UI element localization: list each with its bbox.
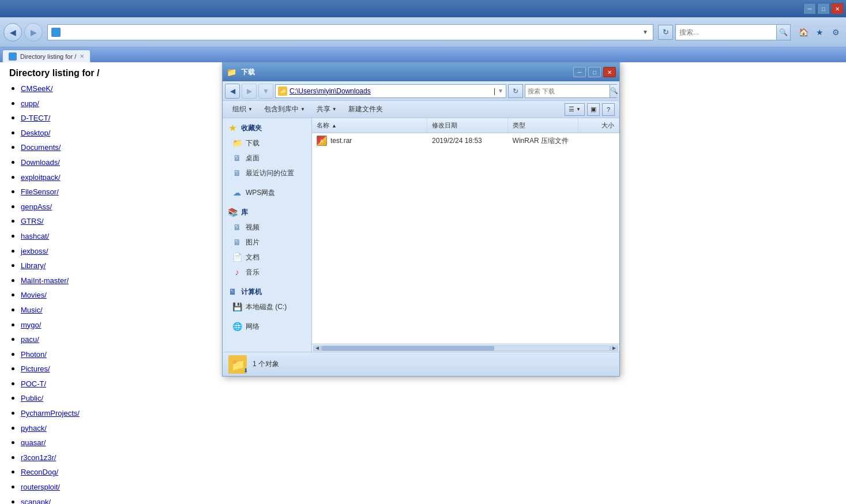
dir-link[interactable]: ReconDog/ [21,468,58,476]
explorer-close-button[interactable]: ✕ [603,67,616,77]
sidebar-item-recent[interactable]: 🖥 最近访问的位置 [223,166,311,180]
dir-link[interactable]: quasar/ [21,438,46,447]
explorer-statusbar: 📁 ⬇ 1 个对象 [223,352,619,376]
tab-close-icon[interactable]: ✕ [80,53,84,59]
dir-link[interactable]: FileSensor/ [21,187,59,196]
exp-search-input[interactable] [525,88,610,95]
dir-link[interactable]: genpAss/ [21,202,52,211]
library-section: 📚 库 🖥 视频 🖥 图片 📄 文档 [223,202,311,282]
sidebar-item-desktop[interactable]: 🖥 桌面 [223,151,311,166]
forward-button[interactable]: ▶ [24,23,43,42]
dir-link[interactable]: scanapk/ [21,498,51,504]
browser-tab[interactable]: 🌐 Directory listing for / ✕ [2,50,91,62]
pane-button[interactable]: ▣ [587,103,600,116]
dir-link[interactable]: Downloads/ [21,158,60,167]
exp-back-button[interactable]: ◀ [225,84,240,99]
dir-link[interactable]: Library/ [21,261,46,270]
sidebar-item-video[interactable]: 🖥 视频 [223,220,311,235]
new-folder-button[interactable]: 新建文件夹 [343,103,388,116]
close-button[interactable]: ✕ [831,3,844,14]
dir-link[interactable]: Public/ [21,394,43,403]
exp-forward-button[interactable]: ▶ [242,84,257,99]
exp-path-dropdown-icon[interactable]: ▼ [498,88,503,94]
col-header-size[interactable]: 大小 [578,118,619,133]
exp-refresh-button[interactable]: ↻ [508,84,523,98]
documents-folder-icon: 📄 [232,253,242,261]
exp-path-bar: 📁 C:\Users\miyin\Downloads | ▼ [275,84,506,98]
search-submit-button[interactable]: 🔍 [776,25,790,40]
dir-link[interactable]: Movies/ [21,291,47,299]
dir-link[interactable]: Documents/ [21,143,61,152]
network-section: 🌐 网络 [223,317,311,336]
include-library-menu[interactable]: 包含到库中 ▼ [259,103,310,116]
back-button[interactable]: ◀ [3,23,22,42]
home-icon[interactable]: 🏠 [796,25,810,39]
col-header-name[interactable]: 名称 ▲ [312,118,427,133]
address-input[interactable]: http://192.168.8.100/ [63,28,641,36]
page-content: Directory listing for / CMSeeK/cupp/D-TE… [0,62,846,504]
desktop-folder-icon: 🖥 [232,154,242,162]
share-menu[interactable]: 共享 ▼ [311,103,342,116]
sidebar-item-images[interactable]: 🖥 图片 [223,235,311,250]
column-headers: 名称 ▲ 修改日期 类型 大小 [312,118,619,133]
dir-link[interactable]: Photon/ [21,350,47,359]
explorer-maximize-button[interactable]: □ [588,67,601,77]
download-folder-icon: 📁 [232,139,242,147]
dir-link[interactable]: Pictures/ [21,364,50,373]
dir-link[interactable]: mygo/ [21,321,41,329]
browser-toolbar: ◀ ▶ 🌐 http://192.168.8.100/ ▼ ↻ 🔍 🏠 ★ ⚙ [0,17,846,47]
sidebar-item-music[interactable]: ♪ 音乐 [223,265,311,280]
explorer-toolbar: ◀ ▶ ▼ 📁 C:\Users\miyin\Downloads | ▼ ↻ 🔍 [223,81,619,101]
search-input[interactable] [676,28,776,36]
dir-link[interactable]: Music/ [21,306,43,314]
dir-link[interactable]: POC-T/ [21,379,46,388]
col-header-type[interactable]: 类型 [508,118,578,133]
hscroll-track[interactable] [321,345,610,351]
dir-link[interactable]: pyhack/ [21,424,47,432]
dir-link[interactable]: cupp/ [21,99,39,108]
dir-link[interactable]: CMSeeK/ [21,84,53,93]
exp-search-button[interactable]: 🔍 [610,85,618,97]
share-menu-arrow: ▼ [332,107,337,112]
sidebar-network-header[interactable]: 🌐 网络 [223,319,311,334]
favorites-icon[interactable]: ★ [813,25,826,39]
exp-up-button[interactable]: ▼ [258,84,273,99]
view-button[interactable]: ☰ ▼ [565,103,585,116]
dir-link[interactable]: GTRS/ [21,217,44,225]
maximize-button[interactable]: □ [817,3,830,14]
exp-path-cursor: | [494,87,495,95]
hscroll-thumb[interactable] [322,346,494,351]
settings-icon[interactable]: ⚙ [829,25,843,39]
explorer-minimize-button[interactable]: ─ [573,67,586,77]
dir-link[interactable]: r3con1z3r/ [21,453,56,462]
sidebar-item-local-disk[interactable]: 💾 本地磁盘 (C:) [223,299,311,314]
hscroll-left-arrow[interactable]: ◀ [313,345,321,351]
dir-link[interactable]: MaiInt-master/ [21,276,69,285]
sidebar-item-downloads[interactable]: 📁 下载 [223,136,311,151]
dir-link[interactable]: routersploit/ [21,483,60,491]
dir-link[interactable]: hashcat/ [21,232,49,240]
dir-link[interactable]: jexboss/ [21,247,48,255]
dir-link[interactable]: pacu/ [21,335,39,344]
organize-menu[interactable]: 组织 ▼ [227,103,258,116]
address-dropdown-icon[interactable]: ▼ [642,29,648,35]
address-favicon: 🌐 [51,28,61,37]
sidebar-item-documents[interactable]: 📄 文档 [223,250,311,265]
refresh-button[interactable]: ↻ [658,25,673,40]
tab-label: Directory listing for / [20,53,76,60]
hscroll-right-arrow[interactable]: ▶ [610,345,618,351]
help-button[interactable]: ? [602,103,615,116]
dir-link[interactable]: exploitpack/ [21,173,61,182]
status-folder-arrow: ⬇ [243,367,248,374]
exp-path-text[interactable]: C:\Users\miyin\Downloads [289,87,491,95]
dir-link[interactable]: Desktop/ [21,129,50,137]
dir-link[interactable]: D-TECT/ [21,114,50,122]
col-header-date[interactable]: 修改日期 [427,118,508,133]
minimize-button[interactable]: ─ [803,3,816,14]
sidebar-library-header: 📚 库 [223,205,311,220]
table-row[interactable]: R test.rar 2019/2/24 18:53 WinRAR 压缩文件 [312,133,619,148]
sidebar-wps-header[interactable]: ☁ WPS网盘 [223,185,311,200]
file-size-cell [578,133,619,148]
dir-link[interactable]: PycharmProjects/ [21,409,80,418]
view-arrow-icon: ▼ [576,107,581,112]
